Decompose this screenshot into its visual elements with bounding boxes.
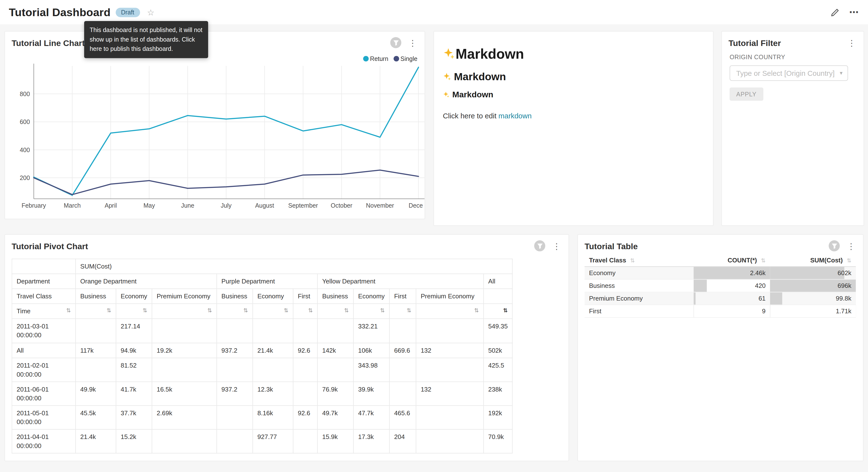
table-value-cell: 9 (694, 305, 770, 318)
legend-label: Single (401, 55, 417, 62)
sort-icon[interactable]: ⇅ (380, 307, 384, 315)
pivot-table-wrap: SUM(Cost)DepartmentOrange DepartmentPurp… (12, 259, 562, 454)
pivot-value-cell: 37.7k (116, 406, 152, 430)
pivot-sort-cell: ⇅ (75, 304, 116, 319)
x-tick-label: August (255, 202, 274, 209)
pivot-value-cell: 47.7k (353, 406, 390, 430)
edit-pencil-icon[interactable] (830, 7, 840, 17)
page-title: Tutorial Dashboard (9, 6, 111, 19)
kebab-menu-icon[interactable]: ⋮ (551, 242, 562, 250)
table-value-cell: 696k (770, 279, 856, 292)
markdown-h1-text: Markdown (456, 46, 524, 61)
pivot-value-cell: 238k (484, 382, 513, 406)
pivot-value-cell: 92.6 (293, 406, 318, 430)
applied-filter-badge[interactable] (829, 240, 840, 252)
pivot-col-header: Premium Economy (416, 289, 484, 304)
table-travel-class-cell: Premium Economy (585, 292, 694, 305)
sort-icon[interactable]: ⇅ (106, 307, 111, 315)
sort-icon[interactable]: ⇅ (474, 307, 479, 315)
more-menu-icon[interactable]: ⋯ (849, 7, 859, 17)
pivot-col-header: Business (317, 289, 353, 304)
pivot-col-header: Economy (253, 289, 293, 304)
legend-dot-single (394, 56, 400, 62)
filter-header-icons: ⋮ (846, 38, 857, 47)
pivot-value-cell: 132 (416, 343, 484, 358)
apply-button[interactable]: APPLY (730, 88, 763, 101)
favorite-star-icon[interactable]: ☆ (147, 8, 154, 17)
table-value-cell: 99.8k (770, 292, 856, 305)
pivot-value-cell (152, 430, 217, 453)
pivot-value-cell (152, 319, 217, 343)
table-travel-class-cell: Business (585, 279, 694, 292)
pivot-value-cell: 192k (484, 406, 513, 430)
x-tick-label: July (221, 202, 232, 209)
table-chart-title: Tutorial Table (585, 241, 638, 250)
sort-icon: ⇅ (630, 258, 635, 264)
sort-icon[interactable]: ⇅ (143, 307, 147, 315)
pivot-sort-cell: ⇅ (317, 304, 353, 319)
table-value-cell: 1.71k (770, 305, 856, 318)
pivot-row: All117k94.9k19.2k937.221.4k92.6142k106k6… (12, 343, 513, 358)
markdown-h1: Markdown (443, 46, 704, 62)
data-table: Travel Class ⇅ COUNT(*) ⇅ SUM(Cost) ⇅ (585, 254, 856, 318)
pivot-sort-cell: ⇅ (416, 304, 484, 319)
applied-filter-badge[interactable] (390, 37, 401, 48)
pivot-value-cell: 217.14 (116, 319, 152, 343)
pivot-value-cell (75, 319, 116, 343)
sort-icon[interactable]: ⇅ (407, 307, 411, 315)
pivot-value-cell (317, 319, 353, 343)
x-tick-label: April (105, 202, 117, 209)
x-tick-label: May (144, 202, 155, 209)
kebab-menu-icon[interactable]: ⋮ (846, 242, 856, 250)
pivot-row: 2011-04-01 00:00:0021.4k15.2k927.7715.9k… (12, 430, 513, 453)
pivot-value-cell: 19.2k (152, 343, 217, 358)
pivot-value-cell: 106k (353, 343, 390, 358)
column-header-label: COUNT(*) (727, 257, 757, 263)
pivot-row-label: 2011-02-01 00:00:00 (12, 358, 75, 382)
pivot-value-cell (317, 358, 353, 382)
sort-icon[interactable]: ⇅ (344, 307, 349, 315)
pivot-time-label: Time (17, 307, 31, 316)
pivot-value-cell: 41.7k (116, 382, 152, 406)
filter-card: Tutorial Filter ⋮ ORIGIN COUNTRY ▾ APPLY (721, 31, 864, 226)
pivot-row-label: All (12, 343, 75, 358)
data-table-wrap: Travel Class ⇅ COUNT(*) ⇅ SUM(Cost) ⇅ (585, 254, 856, 318)
legend-item-return[interactable]: Return (363, 55, 388, 62)
sort-icon[interactable]: ⇅ (66, 307, 71, 315)
pivot-value-cell (217, 430, 253, 453)
markdown-edit-link[interactable]: markdown (499, 112, 532, 120)
sort-icon[interactable]: ⇅ (503, 307, 508, 315)
line-chart-card: Tutorial Line Chart ⋮ Return Single 2004… (4, 31, 425, 219)
pivot-row-dim-header: Department (12, 274, 75, 289)
pivot-value-cell (416, 406, 484, 430)
sort-icon[interactable]: ⇅ (284, 307, 288, 315)
markdown-edit-text: Click here to edit (443, 112, 498, 120)
sort-icon[interactable]: ⇅ (308, 307, 313, 315)
draft-badge[interactable]: Draft (115, 7, 140, 17)
pivot-value-cell: 76.9k (317, 382, 353, 406)
origin-country-input[interactable] (731, 69, 840, 77)
pivot-value-cell: 49.9k (75, 382, 116, 406)
kebab-menu-icon[interactable]: ⋮ (407, 38, 418, 47)
pivot-value-cell: 549.35 (484, 319, 513, 343)
funnel-icon (393, 40, 399, 46)
pivot-value-cell (390, 382, 416, 406)
pivot-value-cell: 49.7k (317, 406, 353, 430)
pivot-col-header (484, 289, 513, 304)
pivot-value-cell: 94.9k (116, 343, 152, 358)
legend-item-single[interactable]: Single (394, 55, 417, 62)
pivot-value-cell: 21.4k (75, 430, 116, 453)
sort-icon[interactable]: ⇅ (207, 307, 212, 315)
y-tick-label: 600 (20, 118, 30, 125)
markdown-card[interactable]: Markdown Markdown Markdown Click here to… (434, 31, 714, 226)
pivot-row: 2011-03-01 00:00:00217.14332.21549.35 (12, 319, 513, 343)
pivot-col-header: Premium Economy (152, 289, 217, 304)
sort-icon[interactable]: ⇅ (243, 307, 248, 315)
pivot-sort-cell: ⇅ (152, 304, 217, 319)
pivot-value-cell: 937.2 (217, 382, 253, 406)
origin-country-select[interactable]: ▾ (730, 65, 848, 81)
kebab-menu-icon[interactable]: ⋮ (846, 38, 857, 47)
applied-filter-badge[interactable] (534, 240, 545, 252)
pivot-measure-header: SUM(Cost) (75, 259, 513, 274)
pivot-value-cell (390, 358, 416, 382)
